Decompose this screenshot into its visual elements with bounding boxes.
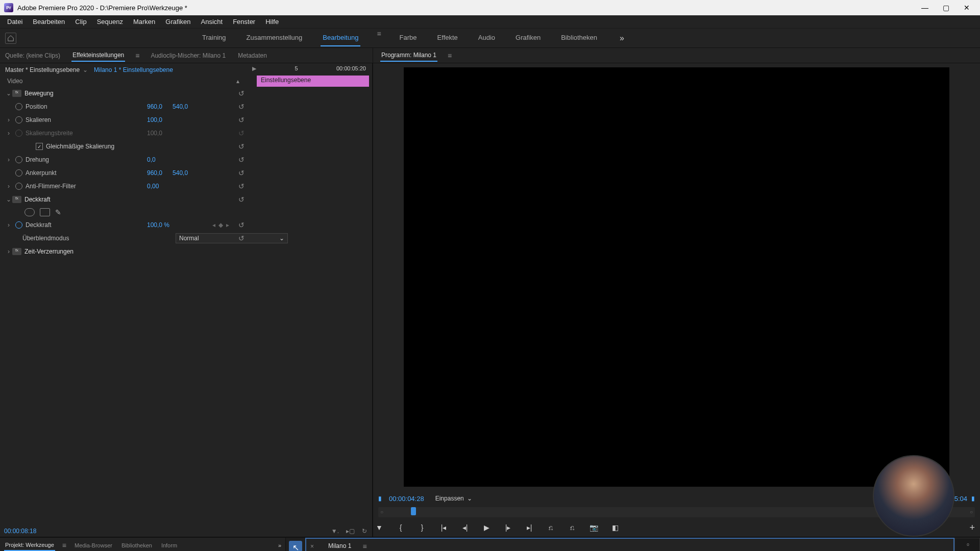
tab-media-browser[interactable]: Media-Browser	[74, 540, 113, 550]
tab-metadaten[interactable]: Metadaten	[237, 50, 268, 61]
workspace-bearbeitung[interactable]: Bearbeitung	[321, 30, 360, 46]
reset-icon[interactable]: ↺	[238, 182, 244, 190]
program-fit-dropdown[interactable]: Einpassen⌄	[431, 494, 476, 503]
workspace-overflow-icon[interactable]: »	[620, 34, 624, 43]
twist-right-icon[interactable]: ›	[5, 248, 12, 255]
step-back-button[interactable]: ◂|	[459, 523, 471, 532]
ec-deckkraft-value[interactable]: 100,0 %	[147, 221, 169, 229]
ec-drehung[interactable]: 0,0	[147, 156, 156, 163]
step-forward-button[interactable]: |▸	[502, 523, 514, 532]
timeline-panel-menu-icon[interactable]: ≡	[362, 542, 366, 550]
collapse-icon[interactable]: ▴	[236, 78, 239, 85]
stopwatch-icon[interactable]	[15, 156, 22, 163]
tab-audioclip-mischer[interactable]: Audioclip-Mischer: Milano 1	[150, 50, 227, 61]
fx-badge-icon[interactable]: fx	[12, 248, 21, 255]
ec-anker-x[interactable]: 960,0	[147, 169, 162, 177]
panel-overflow-icon[interactable]: »	[278, 542, 281, 548]
next-keyframe-icon[interactable]: ▸	[226, 221, 229, 229]
stopwatch-icon[interactable]	[15, 169, 22, 177]
stopwatch-icon[interactable]	[15, 221, 22, 229]
ellipse-mask-icon[interactable]	[24, 208, 35, 216]
ec-position-y[interactable]: 540,0	[173, 103, 188, 110]
ec-mode-dropdown[interactable]: Normal ⌄	[176, 233, 288, 243]
mark-in-button[interactable]: {	[395, 523, 407, 532]
reset-icon[interactable]: ↺	[238, 89, 244, 97]
workspace-menu-icon[interactable]: ≡	[377, 30, 381, 46]
ec-antiflimmer[interactable]: 0,00	[147, 183, 159, 190]
twist-right-icon[interactable]: ›	[5, 183, 12, 190]
comparison-button[interactable]: ◧	[609, 523, 621, 532]
tab-programm[interactable]: Programm: Milano 1	[380, 49, 437, 62]
button-editor-plus-icon[interactable]: +	[969, 522, 975, 533]
workspace-farbe[interactable]: Farbe	[398, 30, 419, 46]
play-only-icon[interactable]: ▸▢	[346, 528, 355, 535]
loop-icon[interactable]: ↻	[362, 528, 367, 535]
chevron-down-icon[interactable]: ⌄	[83, 66, 88, 73]
maximize-button[interactable]: ▢	[943, 4, 949, 12]
workspace-bibliotheken[interactable]: Bibliotheken	[559, 30, 599, 46]
fx-badge-icon[interactable]: fx	[12, 90, 21, 97]
reset-icon[interactable]: ↺	[238, 103, 244, 111]
twist-down-icon[interactable]: ⌄	[5, 90, 12, 97]
menu-datei[interactable]: Datei	[2, 18, 28, 26]
ec-clip-label[interactable]: Milano 1 * Einstellungsebene	[94, 66, 173, 73]
mark-out-button[interactable]: }	[416, 523, 428, 532]
reset-icon[interactable]: ↺	[238, 195, 244, 204]
add-keyframe-icon[interactable]: ◆	[218, 221, 223, 229]
home-button[interactable]	[5, 33, 16, 44]
minimize-button[interactable]: —	[921, 4, 928, 12]
twist-right-icon[interactable]: ›	[5, 156, 12, 163]
program-scrubber-marker[interactable]	[411, 507, 416, 515]
reset-icon[interactable]: ↺	[238, 169, 244, 177]
rect-mask-icon[interactable]	[40, 208, 50, 216]
close-button[interactable]: ✕	[964, 4, 970, 12]
fx-badge-icon[interactable]: fx	[12, 196, 21, 203]
go-to-in-button[interactable]: |◂	[437, 523, 450, 532]
menu-sequenz[interactable]: Sequenz	[92, 18, 128, 26]
extract-button[interactable]: ⎌	[566, 523, 578, 532]
menu-grafiken[interactable]: Grafiken	[160, 18, 195, 26]
tab-projekt[interactable]: Projekt: Werkzeuge	[4, 540, 55, 551]
workspace-zusammenstellung[interactable]: Zusammenstellung	[244, 30, 304, 46]
play-button[interactable]: ▶	[480, 523, 493, 532]
prev-keyframe-icon[interactable]: ◂	[212, 221, 215, 229]
workspace-training[interactable]: Training	[200, 30, 228, 46]
twist-right-icon[interactable]: ›	[5, 221, 12, 229]
menu-fenster[interactable]: Fenster	[228, 18, 260, 26]
reset-icon[interactable]: ↺	[238, 116, 244, 124]
menu-marken[interactable]: Marken	[128, 18, 160, 26]
menu-hilfe[interactable]: Hilfe	[260, 18, 284, 26]
stopwatch-icon[interactable]	[15, 103, 22, 110]
tab-inform[interactable]: Inform	[160, 540, 178, 550]
pen-mask-icon[interactable]: ✎	[55, 208, 65, 216]
twist-down-icon[interactable]: ⌄	[5, 196, 12, 203]
checkbox-gleichmaessig[interactable]: ✓	[36, 143, 43, 150]
reset-icon[interactable]: ↺	[238, 142, 244, 151]
workspace-grafiken[interactable]: Grafiken	[513, 30, 543, 46]
go-to-out-button[interactable]: ▸|	[523, 523, 535, 532]
close-tab-icon[interactable]: ×	[310, 543, 314, 550]
reset-icon[interactable]: ↺	[238, 234, 244, 242]
add-marker-button[interactable]: ▼	[373, 523, 385, 532]
menu-ansicht[interactable]: Ansicht	[195, 18, 228, 26]
program-timecode[interactable]: 00:00:04:28	[389, 495, 424, 503]
ec-bewegung[interactable]: Bewegung	[24, 90, 127, 97]
stopwatch-icon[interactable]	[15, 116, 22, 123]
ec-position-x[interactable]: 960,0	[147, 103, 162, 110]
tab-bibliotheken[interactable]: Bibliotheken	[120, 540, 153, 550]
menu-clip[interactable]: Clip	[70, 18, 91, 26]
ec-skalieren[interactable]: 100,0	[147, 116, 162, 123]
workspace-effekte[interactable]: Effekte	[435, 30, 460, 46]
ec-deckkraft[interactable]: Deckkraft	[24, 196, 127, 203]
workspace-audio[interactable]: Audio	[476, 30, 497, 46]
twist-right-icon[interactable]: ›	[5, 130, 12, 137]
twist-right-icon[interactable]: ›	[5, 116, 12, 123]
source-panel-menu-icon[interactable]: ≡	[135, 52, 139, 60]
ec-anker-y[interactable]: 540,0	[173, 169, 188, 177]
reset-icon[interactable]: ↺	[238, 221, 244, 229]
lift-button[interactable]: ⎌	[545, 523, 557, 532]
ec-master-label[interactable]: Master * Einstellungsebene	[5, 66, 80, 73]
stopwatch-icon[interactable]	[15, 183, 22, 190]
reset-icon[interactable]: ↺	[238, 156, 244, 164]
menu-bearbeiten[interactable]: Bearbeiten	[28, 18, 70, 26]
